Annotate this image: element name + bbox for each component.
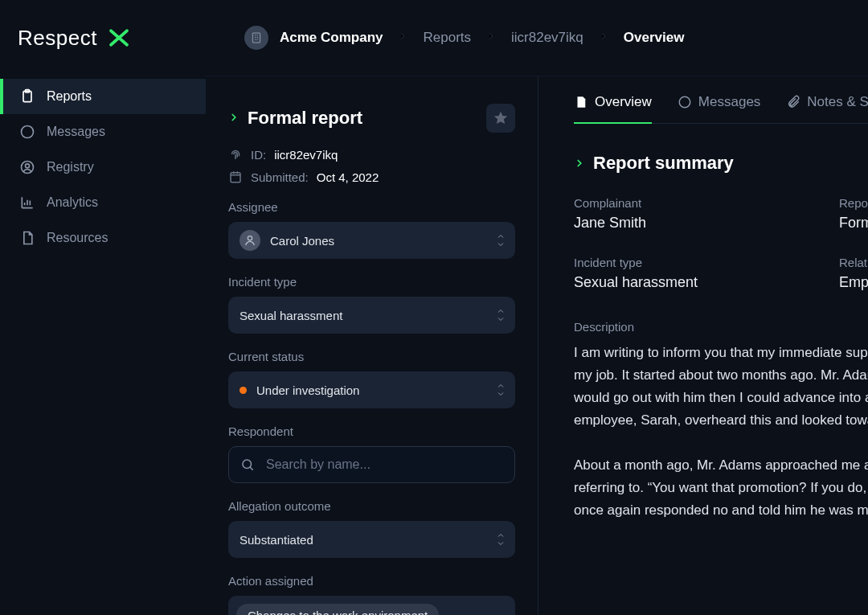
status-value: Under investigation — [256, 383, 359, 397]
submitted-row: Submitted: Oct 4, 2022 — [228, 170, 515, 184]
respondent-label: Respondent — [228, 424, 515, 438]
outcome-select[interactable]: Substantiated — [228, 521, 515, 558]
fingerprint-icon — [228, 147, 243, 162]
status-dot-icon — [240, 387, 247, 394]
complainant-label: Complainant — [574, 196, 839, 210]
sort-caret-icon — [496, 308, 506, 322]
tab-label: Messages — [698, 94, 760, 110]
svg-point-7 — [248, 236, 252, 240]
chevron-right-icon — [574, 153, 585, 174]
chart-icon — [19, 195, 35, 211]
chat-icon — [19, 124, 35, 140]
sidebar-item-registry[interactable]: Registry — [0, 150, 206, 185]
building-icon — [250, 31, 263, 44]
tab-overview[interactable]: Overview — [574, 94, 652, 123]
sidebar-item-label: Analytics — [47, 195, 98, 210]
org-avatar[interactable] — [244, 26, 268, 50]
submitted-date: Oct 4, 2022 — [317, 170, 379, 184]
outcome-value: Substantiated — [240, 533, 313, 547]
sidebar-item-label: Reports — [47, 89, 92, 104]
outcome-label: Allegation outcome — [228, 499, 515, 513]
star-icon — [493, 110, 509, 126]
document-icon — [574, 95, 588, 109]
tab-label: Overview — [595, 94, 652, 110]
status-select[interactable]: Under investigation — [228, 371, 515, 408]
action-chip[interactable]: Changes to the work environment — [236, 604, 439, 615]
chat-icon — [678, 95, 692, 109]
favorite-button[interactable] — [486, 104, 515, 133]
sidebar-item-label: Registry — [47, 160, 94, 174]
incident-type-value: Sexual harassment — [240, 309, 342, 322]
logo-area: Respect — [0, 0, 206, 76]
tab-label: Notes & State — [807, 94, 868, 110]
breadcrumb-overview[interactable]: Overview — [624, 30, 685, 46]
user-circle-icon — [19, 159, 35, 175]
description-label: Description — [574, 320, 868, 334]
chevron-right-icon — [228, 112, 240, 125]
brand-mark-icon — [107, 26, 131, 50]
svg-point-5 — [26, 164, 30, 168]
sidebar-item-resources[interactable]: Resources — [0, 220, 206, 256]
sort-caret-icon — [496, 383, 506, 397]
summary-grid: Complainant Jane Smith Report type Forma… — [574, 196, 868, 291]
respondent-search[interactable] — [228, 446, 515, 483]
clipboard-icon — [19, 88, 35, 105]
sidebar: Reports Messages Registry Analytics Reso… — [0, 76, 206, 615]
report-summary-panel: Overview Messages Notes & State Report s… — [538, 76, 868, 615]
submitted-label: Submitted: — [251, 170, 309, 184]
id-label: ID: — [251, 148, 266, 162]
svg-rect-0 — [252, 33, 260, 43]
action-label: Action assigned — [228, 574, 515, 588]
tab-notes[interactable]: Notes & State — [786, 94, 868, 123]
brand-name: Respect — [18, 26, 97, 51]
report-detail-panel: Formal report ID: iicr82ev7ikq Submitted… — [206, 76, 538, 615]
assignee-value: Carol Jones — [270, 234, 334, 248]
breadcrumb-reports[interactable]: Reports — [423, 30, 471, 46]
report-id: iicr82ev7ikq — [274, 148, 338, 162]
calendar-icon — [228, 170, 243, 184]
incident-type-select[interactable]: Sexual harassment — [228, 297, 515, 334]
kv-relation: Relationship Employee — [839, 256, 868, 291]
sidebar-item-label: Resources — [47, 231, 108, 245]
paperclip-icon — [786, 95, 800, 109]
description-body: I am writing to inform you that my immed… — [574, 342, 868, 522]
avatar — [240, 230, 260, 251]
sidebar-item-analytics[interactable]: Analytics — [0, 185, 206, 220]
incident-type-label: Incident type — [228, 275, 515, 289]
report-type-label: Report type — [839, 196, 868, 210]
report-title: Formal report — [248, 108, 362, 129]
sidebar-item-messages[interactable]: Messages — [0, 114, 206, 150]
svg-rect-6 — [231, 173, 240, 182]
person-icon — [244, 234, 256, 247]
kv-complainant: Complainant Jane Smith — [574, 196, 839, 232]
assignee-select[interactable]: Carol Jones — [228, 222, 515, 259]
breadcrumb-id[interactable]: iicr82ev7ikq — [511, 30, 583, 46]
summary-title-row: Report summary — [574, 153, 868, 174]
incident-type-label: Incident type — [574, 256, 839, 269]
sidebar-item-reports[interactable]: Reports — [0, 79, 206, 114]
main: Formal report ID: iicr82ev7ikq Submitted… — [206, 76, 868, 615]
relation-value: Employee — [839, 274, 868, 291]
respondent-input[interactable] — [264, 457, 503, 473]
chevron-right-icon — [397, 30, 408, 46]
report-id-row: ID: iicr82ev7ikq — [228, 147, 515, 162]
summary-title: Report summary — [593, 153, 734, 174]
action-multiselect[interactable]: Changes to the work environment Monitori… — [228, 596, 515, 615]
incident-type-value: Sexual harassment — [574, 274, 839, 291]
complainant-value: Jane Smith — [574, 215, 839, 232]
kv-incident-type: Incident type Sexual harassment — [574, 256, 839, 291]
tab-messages[interactable]: Messages — [678, 94, 760, 123]
sidebar-item-label: Messages — [47, 125, 105, 139]
tab-bar: Overview Messages Notes & State — [574, 94, 868, 124]
relation-label: Relationship — [839, 256, 868, 269]
kv-report-type: Report type Formal — [839, 196, 868, 232]
breadcrumb: Acme Company Reports iicr82ev7ikq Overvi… — [206, 0, 868, 76]
breadcrumb-org[interactable]: Acme Company — [280, 30, 383, 46]
search-icon — [240, 457, 255, 472]
sort-caret-icon — [496, 532, 506, 547]
chevron-right-icon — [598, 30, 609, 46]
assignee-label: Assignee — [228, 200, 515, 214]
status-label: Current status — [228, 350, 515, 363]
document-icon — [19, 230, 35, 246]
brand-logo[interactable]: Respect — [18, 26, 131, 51]
